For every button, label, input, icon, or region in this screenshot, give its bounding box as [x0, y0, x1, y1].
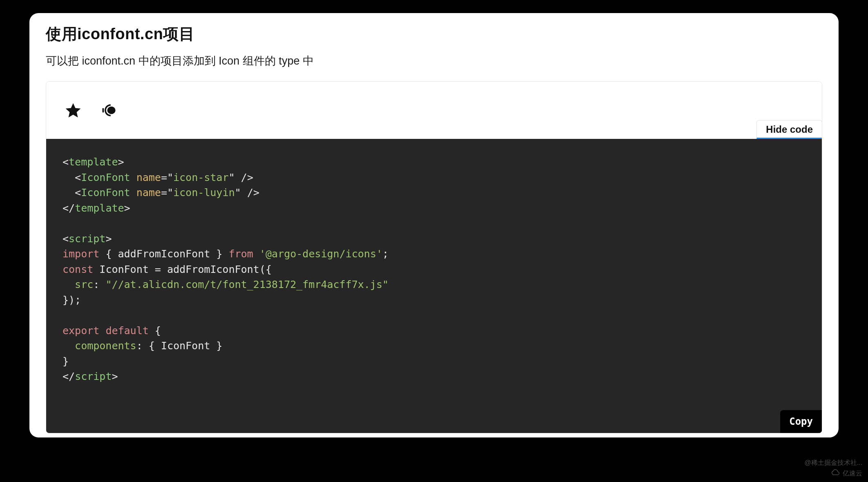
code-block: <template> <IconFont name="icon-star" />…: [46, 139, 822, 433]
code-token: <: [63, 233, 69, 245]
code-token: ": [167, 187, 173, 199]
copy-button[interactable]: Copy: [780, 410, 822, 433]
svg-point-1: [107, 107, 115, 114]
demo-container: Hide code <template> <IconFont name="ico…: [46, 81, 822, 433]
code-token: icon-luyin: [173, 187, 235, 199]
code-token: name: [136, 172, 161, 183]
code-token: template: [75, 202, 124, 214]
hide-code-button[interactable]: Hide code: [756, 120, 822, 139]
code-token: />: [241, 187, 260, 199]
code-token: ": [235, 187, 241, 199]
code-token: /: [69, 202, 75, 214]
code-token: ": [228, 172, 235, 183]
code-token: template: [69, 156, 118, 168]
code-token: IconFont: [81, 187, 130, 199]
page-description: 可以把 iconfont.cn 中的项目添加到 Icon 组件的 type 中: [46, 54, 822, 68]
code-token: >: [118, 156, 124, 168]
code-token: =: [161, 187, 167, 199]
code-token: ": [167, 172, 173, 183]
code-token: <: [63, 156, 69, 168]
code-token: icon-star: [173, 172, 228, 183]
code-token: <: [63, 202, 69, 214]
page-title: 使用iconfont.cn项目: [46, 24, 822, 45]
luyin-icon: [100, 101, 118, 119]
code-token: >: [105, 233, 112, 245]
code-token: <: [75, 172, 81, 183]
code-token: <: [75, 187, 81, 199]
watermarks: @稀土掘金技术社... 亿速云: [804, 459, 862, 478]
code-token: IconFont: [81, 172, 130, 183]
code-token: />: [235, 172, 253, 183]
svg-rect-0: [103, 108, 104, 113]
code-token: >: [124, 202, 130, 214]
code-token: script: [69, 233, 105, 245]
code-token: import: [63, 248, 99, 260]
watermark-juejin: @稀土掘金技术社...: [804, 459, 862, 467]
star-icon: [64, 101, 82, 119]
demo-preview: Hide code: [46, 82, 822, 139]
code-token: =: [161, 172, 167, 183]
cloud-icon: [830, 469, 840, 478]
code-token: name: [136, 187, 161, 199]
doc-card: 使用iconfont.cn项目 可以把 iconfont.cn 中的项目添加到 …: [29, 13, 839, 437]
watermark-yisu: 亿速云: [830, 469, 862, 478]
